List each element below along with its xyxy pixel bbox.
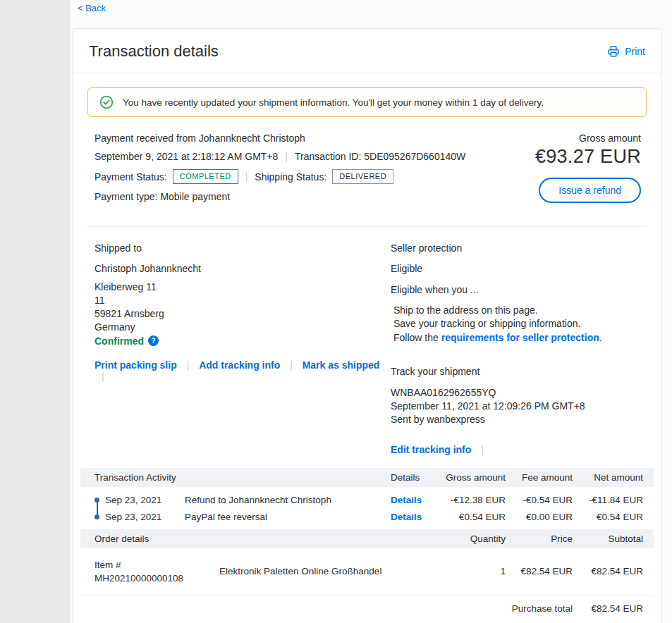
payment-status-badge: COMPLETED xyxy=(173,169,238,184)
column-header-details: Details xyxy=(391,472,440,483)
back-link[interactable]: < Back xyxy=(78,3,106,13)
purchase-total-value: €82.54 EUR xyxy=(573,603,643,614)
item-number-cell: Item # MH20210000000108 xyxy=(94,558,219,585)
item-subtotal: €82.54 EUR xyxy=(573,566,643,576)
activity-fee: €0.00 EUR xyxy=(506,512,573,522)
add-tracking-info-link[interactable]: Add tracking info xyxy=(199,359,280,371)
shipped-to-title: Shipped to xyxy=(94,242,391,254)
column-header-subtotal: Subtotal xyxy=(573,533,643,544)
issue-refund-button[interactable]: Issue a refund xyxy=(539,178,641,203)
tracking-number: WNBAA0162962655YQ xyxy=(391,386,641,400)
shipment-alert-banner: You have recently updated your shipment … xyxy=(87,87,647,117)
address-line: 11 xyxy=(94,294,391,307)
separator: | xyxy=(245,171,248,183)
transaction-id: Transaction ID: 5DE095267D660140W xyxy=(295,151,465,162)
order-details-table: Order details Quantity Price Subtotal It… xyxy=(80,529,654,623)
payment-summary-right: Gross amount €93.27 EUR Issue a refund xyxy=(535,132,641,209)
activity-gross: -€12.38 EUR xyxy=(440,495,506,505)
activity-date-cell: Sep 23, 2021 xyxy=(94,512,185,522)
transaction-details-card: Transaction details Print You have recen… xyxy=(73,28,661,623)
payment-date: September 9, 2021 at 2:18:12 AM GMT+8 xyxy=(94,151,278,162)
address-line: Kleiberweg 11 xyxy=(94,280,391,294)
activity-net: €0.54 EUR xyxy=(573,512,643,522)
activity-header-row: Transaction Activity Details Gross amoun… xyxy=(80,468,654,487)
separator: | xyxy=(187,359,190,371)
shipped-to-column: Shipped to Christoph Johannknecht Kleibe… xyxy=(94,237,391,455)
seller-protection-requirements-link[interactable]: requirements for seller protection xyxy=(441,332,599,343)
check-circle-icon xyxy=(99,95,114,109)
activity-rows: Sep 23, 2021 Refund to Johannknecht Chri… xyxy=(80,487,654,529)
payment-received-from: Payment received from Johannknecht Chris… xyxy=(94,132,465,144)
separator: | xyxy=(290,359,293,371)
payment-status-label: Payment Status: xyxy=(94,171,167,183)
order-header-row: Order details Quantity Price Subtotal xyxy=(80,529,654,548)
payment-type: Payment type: Mobile payment xyxy=(94,191,465,202)
order-item-row: Item # MH20210000000108 Elektronik Palet… xyxy=(80,548,654,595)
activity-title: Transaction Activity xyxy=(94,472,391,483)
edit-tracking-row: Edit tracking info | xyxy=(391,444,641,455)
tracking-carrier: Sent by wanbexpress xyxy=(391,413,641,426)
item-quantity: 1 xyxy=(440,566,506,576)
print-button[interactable]: Print xyxy=(607,45,645,58)
column-header-price: Price xyxy=(506,533,573,544)
column-header-net: Net amount xyxy=(573,472,643,483)
activity-net: -€11.84 EUR xyxy=(573,495,643,505)
table-row: Sep 23, 2021 PayPal fee reversal Details… xyxy=(80,509,654,526)
item-label: Item # xyxy=(94,558,219,572)
address-confirmed-link[interactable]: Confirmed xyxy=(94,335,144,347)
seller-protection-column: Seller protection Eligible Eligible when… xyxy=(391,237,641,455)
protection-condition-follow: Follow the requirements for seller prote… xyxy=(391,331,641,345)
purchase-total-row: Purchase total €82.54 EUR xyxy=(80,595,654,623)
tracking-date: September 11, 2021 at 12:09:26 PM GMT+8 xyxy=(391,400,641,413)
eligible-when-text: Eligible when you ... xyxy=(391,284,641,295)
activity-fee: -€0.54 EUR xyxy=(506,495,573,505)
page-title: Transaction details xyxy=(89,42,219,61)
separator: | xyxy=(481,444,484,455)
item-price: €82.54 EUR xyxy=(506,566,573,576)
column-header-gross: Gross amount xyxy=(440,472,506,483)
protection-condition: Ship to the address on this page. xyxy=(391,304,641,317)
print-packing-slip-link[interactable]: Print packing slip xyxy=(94,359,177,371)
print-label: Print xyxy=(625,46,645,57)
item-name: Elektronik Paletten Online Großhandel xyxy=(219,566,440,576)
activity-details-link[interactable]: Details xyxy=(391,512,440,522)
payment-date-row: September 9, 2021 at 2:18:12 AM GMT+8 | … xyxy=(94,151,465,162)
separator: | xyxy=(285,151,288,162)
mark-as-shipped-link[interactable]: Mark as shipped xyxy=(303,359,380,371)
timeline-line xyxy=(97,500,98,517)
activity-date-cell: Sep 23, 2021 xyxy=(94,495,185,505)
edit-tracking-info-link[interactable]: Edit tracking info xyxy=(391,444,471,455)
address-line: 59821 Arnsberg xyxy=(94,307,391,321)
column-header-fee: Fee amount xyxy=(506,472,573,483)
shipping-protection-section: Shipped to Christoph Johannknecht Kleibe… xyxy=(73,227,661,468)
shipping-action-links: Print packing slip | Add tracking info |… xyxy=(94,359,391,382)
column-header-quantity: Quantity xyxy=(440,533,506,544)
shipping-status-badge: DELIVERED xyxy=(332,169,393,184)
gross-amount-value: €93.27 EUR xyxy=(535,146,641,168)
status-row: Payment Status: COMPLETED | Shipping Sta… xyxy=(94,169,465,184)
payment-summary: Payment received from Johannknecht Chris… xyxy=(73,121,661,226)
payment-summary-left: Payment received from Johannknecht Chris… xyxy=(94,132,465,209)
follow-suffix: . xyxy=(599,332,602,343)
gross-amount-label: Gross amount xyxy=(535,132,641,144)
activity-date: Sep 23, 2021 xyxy=(105,512,161,522)
activity-description: Refund to Johannknecht Christoph xyxy=(185,495,391,505)
table-row: Sep 23, 2021 Refund to Johannknecht Chri… xyxy=(80,492,654,509)
transaction-activity-table: Transaction Activity Details Gross amoun… xyxy=(80,468,654,529)
help-icon[interactable]: ? xyxy=(148,335,159,346)
protection-condition: Save your tracking or shipping informati… xyxy=(391,317,641,331)
order-title: Order details xyxy=(94,533,440,544)
address-confirmed-row: Confirmed ? xyxy=(94,334,391,347)
alert-text: You have recently updated your shipment … xyxy=(123,97,544,108)
seller-protection-title: Seller protection xyxy=(391,242,641,254)
activity-gross: €0.54 EUR xyxy=(440,512,506,522)
seller-protection-status: Eligible xyxy=(391,263,641,274)
shipping-status-label: Shipping Status: xyxy=(255,171,326,183)
purchase-total-label: Purchase total xyxy=(506,603,573,614)
activity-details-link[interactable]: Details xyxy=(391,495,440,505)
activity-date: Sep 23, 2021 xyxy=(105,495,161,505)
card-header: Transaction details Print xyxy=(73,29,661,73)
follow-prefix: Follow the xyxy=(393,332,441,343)
address-line: Germany xyxy=(94,321,391,334)
track-shipment-title: Track your shipment xyxy=(391,366,641,377)
